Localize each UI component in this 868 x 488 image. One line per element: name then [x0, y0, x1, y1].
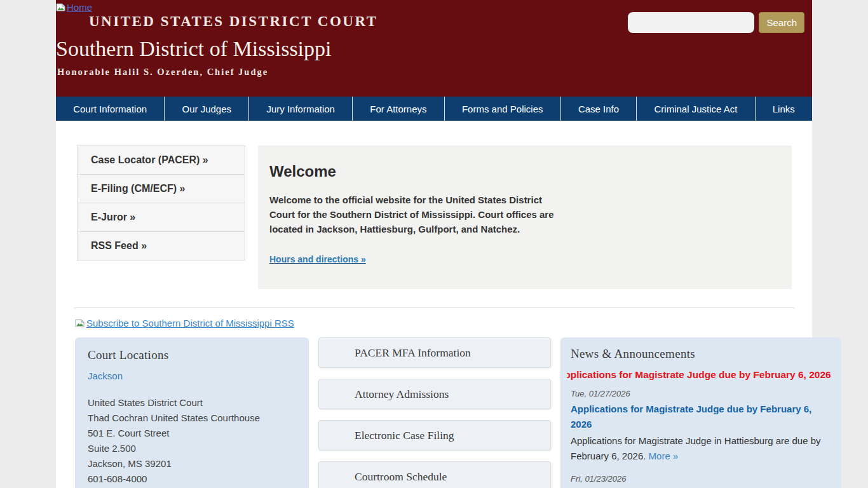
rss-subscribe-link[interactable]: Subscribe to Southern District of Missis… [75, 318, 294, 329]
court-locations-panel: Court Locations Jackson United States Di… [75, 337, 309, 488]
service-card-attorney-admissions[interactable]: Attorney Admissions [318, 379, 551, 409]
service-card-courtroom-schedule[interactable]: Courtroom Schedule [318, 461, 551, 488]
news-item-body: Applications for Magistrate Judge in Hat… [571, 433, 831, 464]
page-title: Southern District of Mississippi [56, 37, 332, 61]
chief-judge-line: Honorable Halil S. Ozerden, Chief Judge [57, 67, 268, 78]
horizontal-divider [74, 308, 794, 308]
news-item-date: Fri, 01/23/2026 [571, 474, 831, 484]
address-block: United States District Court Thad Cochra… [88, 395, 296, 487]
search-area: Search [628, 12, 804, 33]
news-item: Fri, 01/23/2026 Jackson, MS Inclement We… [571, 474, 831, 488]
court-locations-heading: Court Locations [88, 348, 296, 362]
bottom-columns: Court Locations Jackson United States Di… [75, 337, 792, 488]
address-line: 601-608-4000 [88, 471, 296, 487]
nav-item-criminal-justice-act[interactable]: Criminal Justice Act [636, 97, 754, 121]
nav-item-case-info[interactable]: Case Info [560, 97, 637, 121]
broken-image-icon [56, 3, 65, 11]
top-row: Case Locator (PACER) » E-Filing (CM/ECF)… [56, 121, 812, 289]
home-link-label: Home [67, 2, 92, 13]
quicklink-rss-feed[interactable]: RSS Feed » [78, 232, 245, 260]
news-more-link[interactable]: More » [649, 451, 679, 461]
site-header: Home UNITED STATES DISTRICT COURT Southe… [56, 0, 812, 97]
news-ticker-text: Applications for Magistrate Judge due by… [567, 369, 831, 381]
quicklinks-box: Case Locator (PACER) » E-Filing (CM/ECF)… [77, 146, 245, 261]
hours-directions-link[interactable]: Hours and directions » [269, 254, 366, 264]
services-column: PACER MFA Information Attorney Admission… [318, 337, 551, 488]
welcome-panel: Welcome Welcome to the official website … [258, 146, 792, 289]
search-button[interactable]: Search [759, 12, 804, 33]
welcome-heading: Welcome [269, 163, 766, 180]
news-heading: News & Announcements [571, 347, 831, 361]
page: Home UNITED STATES DISTRICT COURT Southe… [56, 0, 812, 488]
nav-item-our-judges[interactable]: Our Judges [164, 97, 248, 121]
main-nav: Court Information Our Judges Jury Inform… [56, 97, 812, 121]
broken-image-icon [75, 319, 85, 327]
quicklink-e-filing-cmecf[interactable]: E-Filing (CM/ECF) » [78, 175, 245, 203]
news-item: Tue, 01/27/2026 Applications for Magistr… [571, 389, 831, 464]
news-ticker[interactable]: Applications for Magistrate Judge due by… [567, 369, 831, 384]
court-name-eyebrow: UNITED STATES DISTRICT COURT [89, 13, 378, 30]
address-line: United States District Court [88, 395, 296, 410]
nav-item-court-information[interactable]: Court Information [56, 97, 164, 121]
address-line: Jackson, MS 39201 [88, 456, 296, 471]
welcome-body: Welcome to the official website for the … [269, 193, 569, 236]
quicklink-e-juror[interactable]: E-Juror » [78, 203, 245, 232]
nav-item-forms-and-policies[interactable]: Forms and Policies [444, 97, 560, 121]
news-item-body-text: Applications for Magistrate Judge in Hat… [571, 435, 821, 461]
nav-item-links[interactable]: Links [755, 97, 812, 121]
news-item-title-link[interactable]: Applications for Magistrate Judge due by… [571, 402, 831, 432]
news-announcements-panel: News & Announcements Applications for Ma… [560, 337, 841, 488]
news-item-date: Tue, 01/27/2026 [571, 389, 831, 398]
address-line: Suite 2.500 [88, 441, 296, 456]
nav-item-for-attorneys[interactable]: For Attorneys [352, 97, 444, 121]
search-input[interactable] [628, 12, 754, 33]
service-card-pacer-mfa-information[interactable]: PACER MFA Information [318, 337, 551, 368]
address-line: Thad Cochran United States Courthouse [88, 410, 296, 426]
jackson-location-link[interactable]: Jackson [88, 370, 123, 381]
quicklink-case-locator-pacer[interactable]: Case Locator (PACER) » [78, 146, 245, 175]
rss-subscribe-label: Subscribe to Southern District of Missis… [86, 318, 294, 329]
home-link[interactable]: Home [56, 2, 92, 13]
nav-item-jury-information[interactable]: Jury Information [248, 97, 352, 121]
main-content: Case Locator (PACER) » E-Filing (CM/ECF)… [56, 121, 812, 488]
service-card-electronic-case-filing[interactable]: Electronic Case Filing [318, 420, 551, 451]
address-line: 501 E. Court Street [88, 426, 296, 441]
